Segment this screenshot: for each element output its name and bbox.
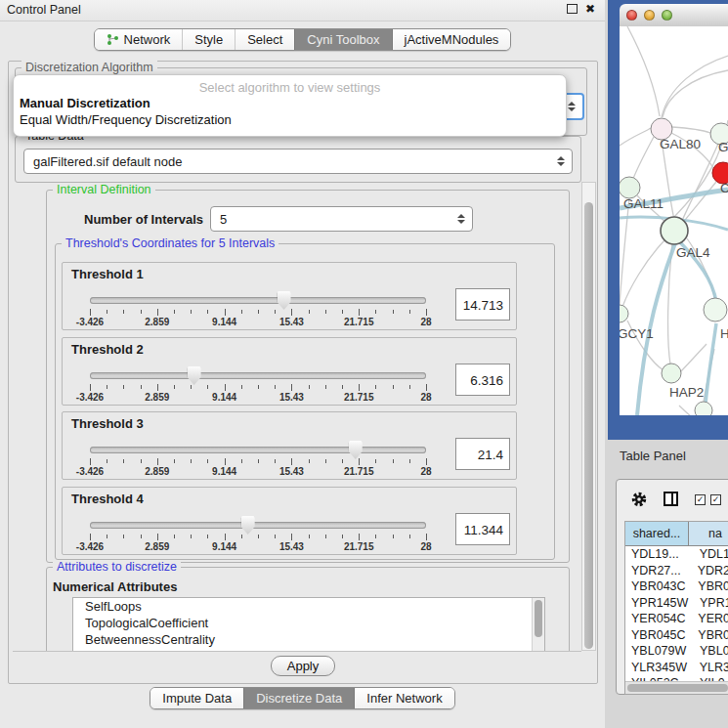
slider-tick — [90, 534, 91, 540]
checkbox-icon[interactable]: ✓ — [710, 494, 721, 505]
cell-name: YLR3 — [688, 660, 728, 676]
list-item[interactable]: TopologicalCoefficient — [73, 615, 544, 631]
network-edge — [633, 137, 654, 179]
slider-thumb[interactable] — [241, 516, 255, 535]
node-hap2[interactable] — [662, 364, 681, 383]
tab-style[interactable]: Style — [182, 29, 235, 50]
tab-cyni-toolbox[interactable]: Cyni Toolbox — [294, 29, 391, 50]
threshold-slider[interactable]: -3.4262.8599.14415.4321.71528 — [86, 440, 430, 479]
threshold-slider[interactable]: -3.4262.8599.14415.4321.71528 — [86, 365, 430, 405]
slider-tick-label: 15.43 — [279, 466, 304, 477]
dropdown-option-manual-discretization[interactable]: Manual Discretization — [14, 95, 566, 111]
numerical-attributes-list[interactable]: SelfLoopsTopologicalCoefficientBetweenne… — [72, 597, 545, 652]
network-graph: GAL80GACGAL11GAL4GCY1HHAP2 — [620, 26, 728, 415]
slider-tick-label: 15.43 — [279, 317, 304, 327]
slider-tick-label: 2.859 — [145, 317, 169, 327]
slider-tick — [174, 310, 175, 314]
close-icon[interactable]: ✖ — [585, 3, 595, 15]
table-data-group: Table Data galFiltered.sif default node — [15, 136, 581, 183]
zoom-button[interactable] — [662, 10, 672, 21]
slider-tick — [409, 459, 410, 463]
slider-tick-label: 21.715 — [344, 392, 374, 403]
tab-jactivemnodules[interactable]: jActiveMNodules — [392, 29, 511, 50]
threshold-value-field[interactable]: 14.713 — [455, 288, 510, 321]
slider-tick — [393, 459, 394, 463]
node-gal4[interactable] — [661, 217, 688, 244]
table-row[interactable]: YDR27...YDR2 — [625, 563, 728, 579]
network-edge-highlighted — [705, 323, 716, 415]
slider-tick — [359, 458, 360, 465]
minimize-button[interactable] — [644, 10, 655, 21]
table-row[interactable]: YBR043CYBR0 — [625, 578, 728, 595]
number-of-intervals-select[interactable]: 5 — [210, 206, 473, 232]
list-item[interactable]: SelfLoops — [73, 598, 544, 615]
column-header-shared-name[interactable]: shared... — [625, 522, 689, 545]
slider-tick — [258, 535, 259, 538]
slider-track — [90, 447, 426, 453]
slider-tick-label: 9.144 — [212, 317, 236, 327]
cell-name: YDR2 — [686, 563, 728, 579]
tab-network[interactable]: Network — [95, 29, 183, 50]
table-row[interactable]: YLR345WYLR3 — [625, 660, 728, 676]
threshold-value-field[interactable]: 6.316 — [455, 364, 510, 396]
slider-tick — [123, 459, 124, 463]
tab-label: jActiveMNodules — [405, 32, 499, 47]
list-scrollbar[interactable] — [532, 598, 544, 652]
table-horizontal-scrollbar[interactable] — [625, 681, 728, 694]
gear-icon[interactable] — [630, 491, 648, 512]
node-gcy1[interactable] — [620, 305, 628, 322]
tab-discretize-data[interactable]: Discretize Data — [243, 688, 354, 708]
slider-thumb[interactable] — [349, 441, 363, 459]
column-header-name[interactable]: na — [689, 522, 728, 545]
table-row[interactable]: YBR045CYBR0 — [625, 627, 728, 644]
slider-tick — [191, 535, 192, 538]
cell-name: YDL1 — [688, 546, 728, 563]
slider-tick — [157, 458, 158, 465]
float-window-icon[interactable] — [567, 4, 578, 14]
slider-tick-label: 21.715 — [344, 541, 374, 552]
close-button[interactable] — [626, 10, 637, 21]
tab-impute-data[interactable]: Impute Data — [150, 688, 243, 708]
thresholds-group: Threshold's Coordinates for 5 Intervals … — [55, 243, 555, 560]
tab-select[interactable]: Select — [235, 29, 294, 50]
slider-thumb[interactable] — [188, 366, 201, 385]
slider-tick — [309, 535, 310, 538]
panel-scrollbar[interactable] — [581, 182, 596, 651]
threshold-label: Threshold 3 — [71, 416, 144, 431]
dropdown-option-equal-width-frequency-discretization[interactable]: Equal Width/Frequency Discretization — [14, 111, 566, 128]
slider-tick — [375, 310, 376, 314]
slider-tick-label: 2.859 — [145, 541, 169, 552]
table-row[interactable]: YPR145WYPR1 — [625, 595, 728, 612]
threshold-value-field[interactable]: 11.344 — [455, 513, 510, 545]
table-row[interactable]: YDL19...YDL1 — [625, 546, 728, 563]
slider-tick — [141, 310, 142, 314]
table-data-select[interactable]: galFiltered.sif default node — [23, 149, 573, 174]
slider-tick — [275, 385, 276, 389]
tab-label: Select — [247, 32, 282, 47]
slider-tick-label: 28 — [420, 392, 431, 403]
slider-thumb[interactable] — [278, 291, 291, 310]
checkbox-icon[interactable]: ✓ — [695, 494, 706, 505]
slider-tick — [426, 384, 427, 391]
threshold-value-field[interactable]: 21.4 — [455, 438, 510, 470]
tab-infer-network[interactable]: Infer Network — [354, 688, 453, 708]
list-item[interactable]: BetweennessCentrality — [73, 631, 544, 648]
node-table[interactable]: shared... na YDL19...YDL1YDR27...YDR2YBR… — [624, 521, 728, 695]
apply-button[interactable]: Apply — [271, 656, 335, 676]
slider-tick — [123, 535, 124, 538]
node-h[interactable] — [704, 298, 727, 321]
network-canvas[interactable]: GAL80GACGAL11GAL4GCY1HHAP2 — [620, 26, 728, 415]
threshold-slider[interactable]: -3.4262.8599.14415.4321.71528 — [86, 290, 430, 329]
table-row[interactable]: YBL079WYBL0 — [625, 643, 728, 660]
node-gal11[interactable] — [620, 177, 640, 198]
threshold-slider[interactable]: -3.4262.8599.14415.4321.71528 — [86, 515, 430, 554]
window-title: Control Panel — [7, 3, 81, 17]
slider-tick-label: -3.426 — [76, 541, 104, 552]
columns-icon[interactable] — [664, 492, 678, 506]
table-row[interactable]: YER054CYER0 — [625, 611, 728, 627]
slider-tick — [359, 309, 360, 316]
slider-tick-label: 2.859 — [145, 466, 169, 477]
control-panel-titlebar: Control Panel ✖ — [0, 0, 605, 21]
slider-tick — [107, 310, 107, 314]
node-bottom-partial[interactable] — [695, 402, 712, 415]
